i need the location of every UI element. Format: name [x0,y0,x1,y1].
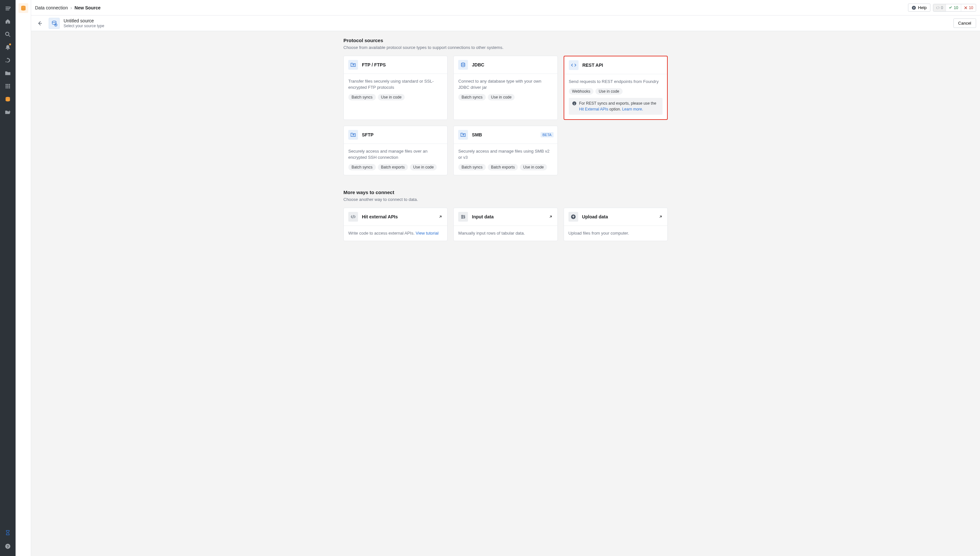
beta-badge: BETA [541,132,554,137]
source-icon [49,18,60,29]
more-section-desc: Choose another way to connect to data. [343,197,668,202]
protocol-section-desc: Choose from available protocol source ty… [343,45,668,50]
more-section-title: More ways to connect [343,189,668,195]
back-button[interactable] [35,18,45,28]
status-ok[interactable]: 10 [946,4,961,11]
svg-text:?: ? [913,6,915,10]
status-syncing[interactable]: 0 [933,4,946,11]
chevron-right-icon: › [70,5,72,10]
help-label: Help [918,5,927,10]
source-title: Untitled source [63,18,104,24]
help-button[interactable]: ? Help [908,3,930,12]
tag: Batch syncs [348,164,376,170]
cancel-button[interactable]: Cancel [953,18,976,28]
card-smb[interactable]: SMB BETA Securely access and manage file… [454,126,557,175]
hit-external-apis-link[interactable]: Hit External APIs [579,107,608,112]
tag: Batch exports [378,164,408,170]
status-group: 0 10 10 [933,4,976,12]
tag: Batch syncs [458,164,486,170]
app-badge [18,3,28,13]
card-rest-api[interactable]: REST API Send requests to REST endpoints… [564,56,668,120]
history-icon[interactable] [3,55,13,65]
code-icon [569,60,578,70]
info-callout: i For REST syncs and exports, please use… [569,98,663,115]
external-arrow-icon [548,215,553,219]
search-icon[interactable] [3,29,13,40]
help-icon[interactable]: ? [3,541,13,551]
database-icon [458,60,468,70]
view-tutorial-link[interactable]: View tutorial [416,231,439,236]
tag: Use in code [488,94,515,100]
notifications-icon[interactable] [3,42,13,52]
protocol-section-title: Protocol sources [343,37,668,43]
svg-point-6 [52,21,56,23]
source-subtitle: Select your source type [63,24,104,29]
external-arrow-icon [658,215,663,219]
folder-transfer-icon [458,130,468,140]
app-badge-column [16,0,31,556]
sidebar-expand-icon[interactable] [3,3,13,14]
info-icon: i [572,101,577,106]
tag: Batch syncs [348,94,376,100]
apps-grid-icon[interactable] [3,81,13,91]
tag: Use in code [595,88,622,95]
folder-icon[interactable] [3,68,13,78]
svg-point-8 [462,63,465,64]
tag: Use in code [378,94,405,100]
card-ftp[interactable]: FTP / FTPS Transfer files securely using… [343,56,447,120]
left-sidebar: ? [0,0,16,556]
card-jdbc[interactable]: JDBC Connect to any database type with y… [454,56,557,120]
tag: Batch exports [488,164,518,170]
data-connection-icon[interactable] [3,94,13,104]
tag: Use in code [410,164,437,170]
hourglass-icon[interactable] [3,527,13,538]
folder-transfer-icon [348,60,358,70]
card-input-data[interactable]: Input data Manually input rows of tabula… [454,208,557,241]
card-hit-external-apis[interactable]: Hit external APIs Write code to access e… [343,208,447,241]
api-icon [348,212,358,221]
folder-open-icon[interactable] [3,107,13,117]
tag: Webhooks [569,88,593,95]
card-sftp[interactable]: SFTP Securely access and manage files ov… [343,126,447,175]
upload-icon [569,212,578,221]
status-error[interactable]: 10 [961,4,976,11]
tag: Use in code [520,164,547,170]
learn-more-link[interactable]: Learn more. [622,107,643,112]
svg-text:?: ? [7,545,9,548]
external-arrow-icon [438,215,443,219]
svg-point-0 [5,97,10,99]
breadcrumb-current: New Source [75,5,100,10]
breadcrumb-parent[interactable]: Data connection [35,5,68,10]
subheader: Untitled source Select your source type … [31,16,980,31]
tag: Batch syncs [458,94,486,100]
svg-point-3 [21,6,26,8]
card-upload-data[interactable]: Upload data Upload files from your compu… [564,208,668,241]
folder-transfer-icon [348,130,358,140]
top-bar: Data connection › New Source ? Help 0 10 [31,0,980,16]
breadcrumb: Data connection › New Source [35,5,100,10]
home-icon[interactable] [3,16,13,27]
input-data-icon [458,212,468,221]
